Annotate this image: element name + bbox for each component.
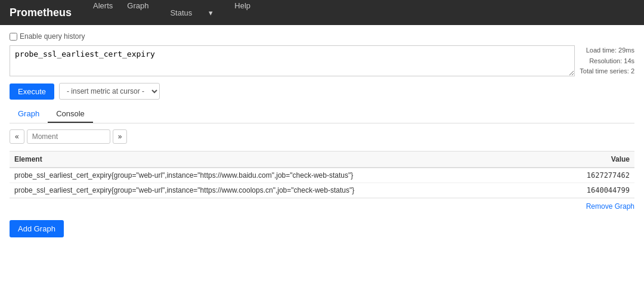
tab-graph[interactable]: Graph: [10, 106, 48, 123]
tabs: Graph Console: [10, 106, 634, 123]
total-series-stat: Total time series: 2: [580, 66, 634, 77]
element-cell-1: probe_ssl_earliest_cert_expiry{group="we…: [10, 183, 563, 198]
tab-console[interactable]: Console: [48, 106, 93, 123]
value-cell-0: 1627277462: [563, 168, 634, 183]
add-graph-button[interactable]: Add Graph: [10, 220, 64, 237]
remove-graph-button[interactable]: Remove Graph: [586, 202, 634, 211]
nav-status[interactable]: Status ▾: [156, 0, 227, 32]
nav-alerts[interactable]: Alerts: [86, 0, 120, 17]
execute-row: Execute - insert metric at cursor -: [10, 83, 634, 100]
moment-input[interactable]: [27, 129, 110, 144]
brand-logo[interactable]: Prometheus: [10, 7, 72, 19]
query-history-row: Enable query history: [10, 32, 634, 41]
enable-history-label[interactable]: Enable query history: [10, 32, 85, 41]
query-stats: Load time: 29ms Resolution: 14s Total ti…: [580, 45, 634, 77]
table-header: Element Value: [10, 152, 634, 168]
query-textarea-wrapper: [10, 45, 575, 78]
metric-insert-select[interactable]: - insert metric at cursor -: [59, 83, 160, 100]
table-body: probe_ssl_earliest_cert_expiry{group="we…: [10, 168, 634, 198]
col-header-value: Value: [563, 152, 634, 168]
main-content: Enable query history Load time: 29ms Res…: [0, 25, 644, 303]
query-row: Load time: 29ms Resolution: 14s Total ti…: [10, 45, 634, 78]
nav-graph[interactable]: Graph: [120, 0, 156, 17]
execute-button[interactable]: Execute: [10, 84, 54, 100]
col-header-element: Element: [10, 152, 563, 168]
results-table: Element Value probe_ssl_earliest_cert_ex…: [10, 151, 634, 198]
time-prev-button[interactable]: «: [10, 129, 24, 144]
resolution-stat: Resolution: 14s: [580, 56, 634, 67]
nav-help[interactable]: Help: [227, 0, 258, 17]
time-controls: « »: [10, 129, 634, 144]
element-cell-0: probe_ssl_earliest_cert_expiry{group="we…: [10, 168, 563, 183]
value-cell-1: 1640044799: [563, 183, 634, 198]
query-textarea[interactable]: [10, 45, 575, 76]
chevron-down-icon: ▾: [202, 1, 220, 24]
time-next-button[interactable]: »: [113, 129, 128, 144]
table-row: probe_ssl_earliest_cert_expiry{group="we…: [10, 183, 634, 198]
table-row: probe_ssl_earliest_cert_expiry{group="we…: [10, 168, 634, 183]
nav-links: Alerts Graph Status ▾ Help: [86, 0, 258, 32]
load-time-stat: Load time: 29ms: [580, 45, 634, 56]
enable-history-checkbox[interactable]: [10, 33, 17, 41]
navbar: Prometheus Alerts Graph Status ▾ Help: [0, 0, 644, 25]
action-row: Remove Graph: [10, 198, 634, 214]
